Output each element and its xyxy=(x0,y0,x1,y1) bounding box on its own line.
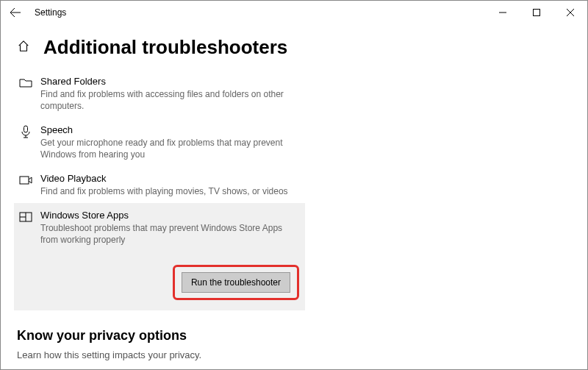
arrow-left-icon xyxy=(10,7,21,18)
troubleshooter-title: Windows Store Apps xyxy=(40,209,299,221)
minimize-button[interactable] xyxy=(486,1,520,24)
page-header: Additional troubleshooters xyxy=(17,36,587,59)
troubleshooter-video-playback[interactable]: Video Playback Find and fix problems wit… xyxy=(14,166,305,203)
troubleshooter-title: Video Playback xyxy=(40,172,299,185)
troubleshooter-desc: Get your microphone ready and fix proble… xyxy=(40,137,299,160)
privacy-heading: Know your privacy options xyxy=(17,328,587,344)
privacy-desc: Learn how this setting impacts your priv… xyxy=(17,349,587,360)
microphone-icon xyxy=(17,124,35,160)
svg-rect-2 xyxy=(20,177,29,184)
window-controls xyxy=(486,1,587,24)
home-icon-svg xyxy=(17,40,30,53)
troubleshooter-desc: Troubleshoot problems that may prevent W… xyxy=(40,222,299,246)
troubleshooter-shared-folders[interactable]: Shared Folders Find and fix problems wit… xyxy=(14,69,305,118)
close-icon xyxy=(567,9,574,16)
app-title: Settings xyxy=(35,7,66,18)
close-button[interactable] xyxy=(553,1,587,24)
minimize-icon xyxy=(499,9,506,16)
troubleshooter-windows-store-apps[interactable]: Windows Store Apps Troubleshoot problems… xyxy=(14,203,305,252)
troubleshooter-speech[interactable]: Speech Get your microphone ready and fix… xyxy=(14,118,305,166)
maximize-button[interactable] xyxy=(520,1,553,24)
titlebar: Settings xyxy=(1,1,587,24)
troubleshooter-list: Shared Folders Find and fix problems wit… xyxy=(14,69,305,310)
back-button[interactable] xyxy=(1,1,30,24)
home-icon[interactable] xyxy=(17,40,30,56)
troubleshooter-desc: Find and fix problems with accessing fil… xyxy=(40,88,299,112)
run-troubleshooter-row: Run the troubleshooter xyxy=(14,252,305,310)
run-troubleshooter-button[interactable]: Run the troubleshooter xyxy=(182,272,290,293)
highlight-box: Run the troubleshooter xyxy=(173,265,299,300)
folder-network-icon xyxy=(17,75,35,112)
troubleshooter-title: Speech xyxy=(40,124,299,136)
page-title: Additional troubleshooters xyxy=(43,36,287,59)
maximize-icon xyxy=(533,9,540,16)
store-apps-icon xyxy=(17,209,35,246)
svg-rect-1 xyxy=(24,126,28,132)
video-icon xyxy=(17,172,35,197)
troubleshooter-title: Shared Folders xyxy=(40,75,299,88)
troubleshooter-desc: Find and fix problems with playing movie… xyxy=(40,185,299,197)
privacy-section: Know your privacy options Learn how this… xyxy=(17,328,587,370)
svg-rect-0 xyxy=(534,10,540,16)
